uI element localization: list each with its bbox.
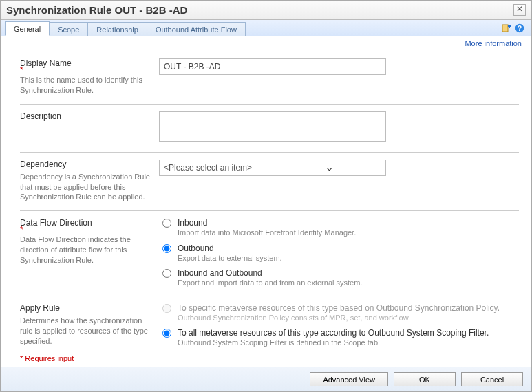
row-description: Description bbox=[20, 105, 519, 153]
tab-outbound-attr-flow[interactable]: Outbound Attribute Flow bbox=[147, 22, 246, 36]
label-description: Description bbox=[20, 111, 151, 121]
add-icon[interactable] bbox=[501, 23, 511, 33]
chevron-down-icon: ⌵ bbox=[273, 163, 385, 173]
tab-bar: General Scope Relationship Outbound Attr… bbox=[1, 20, 531, 36]
display-name-input[interactable] bbox=[159, 58, 386, 75]
tab-scope[interactable]: Scope bbox=[49, 22, 88, 36]
form-content: Display Name * This is the name used to … bbox=[1, 47, 531, 350]
sync-rule-dialog: Synchronization Rule OUT - B2B -AD ✕ Gen… bbox=[0, 0, 532, 392]
required-mark: * bbox=[20, 228, 151, 232]
requires-input-note: * Requires input bbox=[1, 350, 531, 367]
tabbar-right: ? bbox=[501, 23, 531, 33]
apply-policy-radio bbox=[162, 304, 171, 313]
dependency-select[interactable]: <Please select an item> ⌵ bbox=[159, 160, 386, 176]
flow-inbound-radio[interactable] bbox=[162, 219, 171, 228]
tab-general[interactable]: General bbox=[5, 21, 50, 36]
svg-rect-0 bbox=[502, 25, 508, 32]
flow-inout-label: Inbound and Outbound bbox=[178, 268, 362, 278]
label-apply: Apply Rule bbox=[20, 303, 151, 313]
more-information-link[interactable]: More information bbox=[465, 39, 522, 47]
hint-display-name: This is the name used to identify this S… bbox=[20, 75, 151, 96]
row-display-name: Display Name * This is the name used to … bbox=[20, 52, 519, 105]
advanced-view-button[interactable]: Advanced View bbox=[310, 372, 388, 386]
required-mark: * bbox=[20, 68, 151, 72]
flow-inout-sub: Export and import data to and from an ex… bbox=[178, 278, 362, 287]
flow-outbound-label: Outbound bbox=[178, 243, 282, 253]
flow-outbound-sub: Export data to external system. bbox=[178, 253, 282, 263]
label-dependency: Dependency bbox=[20, 160, 151, 169]
apply-filter-label: To all metaverse resources of this type … bbox=[178, 328, 489, 338]
apply-filter-sub: Outbound System Scoping Filter is define… bbox=[178, 338, 489, 347]
hint-flow: Data Flow Direction indicates the direct… bbox=[20, 235, 151, 265]
more-info-row: More information bbox=[1, 36, 531, 47]
row-apply-rule: Apply Rule Determines how the synchroniz… bbox=[20, 296, 519, 350]
apply-policy-option: To specific metaverse resources of this … bbox=[159, 303, 519, 323]
row-flow-direction: Data Flow Direction * Data Flow Directio… bbox=[20, 211, 519, 296]
flow-inout-option[interactable]: Inbound and Outbound Export and import d… bbox=[159, 268, 519, 287]
apply-policy-label: To specific metaverse resources of this … bbox=[178, 303, 500, 313]
cancel-button[interactable]: Cancel bbox=[461, 372, 523, 386]
flow-inout-radio[interactable] bbox=[162, 269, 171, 278]
hint-dependency: Dependency is a Synchronization Rule tha… bbox=[20, 172, 151, 203]
row-dependency: Dependency Dependency is a Synchronizati… bbox=[20, 153, 519, 212]
dependency-value: <Please select an item> bbox=[160, 163, 273, 173]
flow-outbound-option[interactable]: Outbound Export data to external system. bbox=[159, 243, 519, 263]
flow-inbound-label: Inbound bbox=[178, 218, 356, 228]
apply-filter-option[interactable]: To all metaverse resources of this type … bbox=[159, 328, 519, 347]
flow-inbound-sub: Import data into Microsoft Forefront Ide… bbox=[178, 228, 356, 237]
label-display-name: Display Name bbox=[20, 58, 151, 68]
dialog-title: Synchronization Rule OUT - B2B -AD bbox=[6, 4, 187, 16]
flow-inbound-option[interactable]: Inbound Import data into Microsoft Foref… bbox=[159, 218, 519, 237]
close-button[interactable]: ✕ bbox=[513, 4, 526, 16]
apply-filter-radio[interactable] bbox=[162, 329, 171, 338]
ok-button[interactable]: OK bbox=[394, 372, 456, 386]
title-bar: Synchronization Rule OUT - B2B -AD ✕ bbox=[1, 1, 531, 20]
hint-apply: Determines how the synchronization rule … bbox=[20, 316, 151, 347]
help-icon[interactable]: ? bbox=[515, 23, 524, 33]
dialog-footer: Advanced View OK Cancel bbox=[1, 367, 531, 391]
flow-outbound-radio[interactable] bbox=[162, 244, 171, 253]
tab-relationship[interactable]: Relationship bbox=[87, 22, 147, 36]
description-input[interactable] bbox=[159, 111, 386, 142]
close-icon: ✕ bbox=[516, 4, 523, 14]
label-flow: Data Flow Direction bbox=[20, 218, 151, 228]
apply-policy-sub: Outbound Synchronization Policy consists… bbox=[178, 313, 500, 323]
svg-text:?: ? bbox=[518, 24, 522, 32]
